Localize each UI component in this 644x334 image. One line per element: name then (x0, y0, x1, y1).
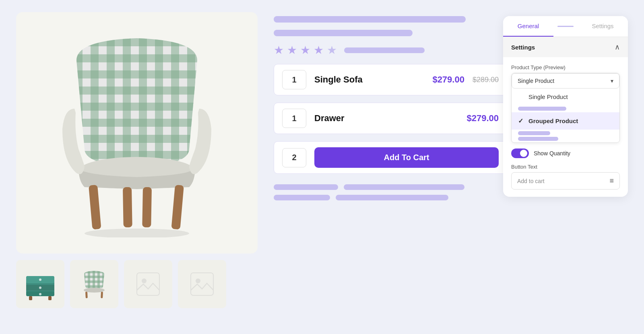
bottom-bars (274, 184, 487, 200)
main-container: ★ ★ ★ ★ ★ 1 Single Sofa $279.00 $289.00 … (0, 0, 644, 334)
svg-rect-14 (171, 38, 179, 175)
panel-body: Product Type (Preview) Single Product ▾ … (503, 57, 628, 197)
price-sofa-old: $289.00 (473, 76, 499, 84)
option-bar-1 (518, 107, 566, 111)
settings-section-header[interactable]: Settings ∧ (503, 37, 628, 57)
dropdown-option-grouped[interactable]: ✓ Grouped Product (512, 112, 619, 130)
price-drawer-current: $279.00 (466, 113, 499, 124)
product-row-cart: 2 Add To Cart (274, 141, 507, 174)
chair-thumb-image (78, 268, 110, 300)
dropdown-selected-display[interactable]: Single Product ▾ (512, 73, 619, 89)
product-name-drawer: Drawer (314, 113, 458, 124)
thumbnail-placeholder-1[interactable] (124, 260, 172, 308)
svg-point-28 (39, 293, 41, 295)
star-4: ★ (314, 43, 324, 57)
svg-rect-19 (142, 187, 152, 227)
bottom-bar-3 (274, 195, 330, 200)
svg-point-21 (85, 229, 189, 237)
star-5: ★ (327, 43, 337, 57)
product-type-dropdown[interactable]: Single Product ▾ Single Product ✓ Groupe… (511, 73, 620, 143)
svg-rect-13 (155, 38, 163, 175)
drawer-thumb-image (24, 268, 56, 300)
svg-rect-41 (85, 292, 88, 298)
svg-rect-17 (89, 185, 101, 229)
star-3: ★ (300, 43, 310, 57)
qty-sofa[interactable]: 1 (282, 70, 306, 89)
panel-tabs: General Settings (503, 16, 628, 37)
tab-general[interactable]: General (503, 16, 553, 37)
button-text-input[interactable] (517, 178, 609, 184)
tab-divider (557, 26, 574, 27)
dropdown-selected-value: Single Product (518, 78, 554, 84)
show-quantity-label: Show Quantity (534, 150, 570, 157)
svg-point-27 (39, 287, 41, 289)
svg-rect-11 (123, 38, 131, 175)
placeholder-icon-2 (190, 272, 214, 296)
dropdown-arrow-icon: ▾ (611, 78, 613, 84)
bottom-bar-4 (336, 195, 448, 200)
show-quantity-toggle[interactable] (511, 148, 529, 158)
show-quantity-row: Show Quantity (511, 148, 620, 158)
star-2: ★ (287, 43, 297, 57)
thumbnail-row (16, 260, 258, 308)
star-1: ★ (274, 43, 284, 57)
option-label-grouped: Grouped Product (528, 118, 578, 124)
settings-panel: General Settings Settings ∧ Product Type… (503, 16, 628, 197)
bottom-bar-1 (274, 184, 338, 190)
product-type-field: Product Type (Preview) Single Product ▾ … (511, 64, 620, 143)
svg-point-26 (39, 278, 41, 281)
thumbnail-placeholder-2[interactable] (178, 260, 226, 308)
product-name-sofa: Single Sofa (314, 74, 424, 85)
option-label-single: Single Product (528, 93, 568, 100)
dropdown-option-single[interactable]: Single Product (512, 89, 619, 105)
thumbnail-drawer[interactable] (16, 260, 64, 308)
chevron-up-icon: ∧ (615, 43, 620, 52)
toggle-knob (520, 150, 527, 157)
add-to-cart-button[interactable]: Add To Cart (314, 147, 499, 168)
product-title-bar (274, 16, 466, 23)
svg-rect-29 (29, 296, 32, 300)
rating-text-bar (344, 47, 425, 53)
svg-rect-30 (48, 296, 52, 300)
svg-rect-42 (101, 292, 103, 298)
product-type-label: Product Type (Preview) (511, 64, 620, 70)
product-row-sofa: 1 Single Sofa $279.00 $289.00 (274, 64, 507, 95)
button-text-field-group: Button Text ≡ (511, 164, 620, 190)
product-details-section: ★ ★ ★ ★ ★ 1 Single Sofa $279.00 $289.00 … (274, 12, 487, 200)
product-image-section (16, 12, 258, 308)
main-product-image (16, 12, 258, 254)
button-text-label: Button Text (511, 164, 620, 170)
price-sofa-current: $279.00 (432, 74, 464, 85)
placeholder-icon-1 (136, 272, 160, 296)
tab-settings-trigger[interactable]: Settings (578, 16, 628, 37)
option-check-grouped: ✓ (518, 117, 525, 125)
rating-row: ★ ★ ★ ★ ★ (274, 43, 487, 57)
svg-rect-10 (107, 38, 115, 175)
svg-rect-18 (123, 187, 132, 227)
svg-rect-9 (91, 38, 99, 175)
svg-rect-45 (191, 273, 213, 295)
qty-drawer[interactable]: 1 (282, 109, 306, 128)
button-text-input-wrapper: ≡ (511, 172, 620, 190)
stack-icon: ≡ (609, 177, 614, 185)
svg-rect-12 (139, 38, 147, 175)
svg-rect-20 (171, 185, 184, 229)
svg-point-44 (142, 278, 147, 283)
svg-rect-43 (137, 273, 159, 295)
svg-point-46 (196, 278, 200, 283)
settings-section-label: Settings (511, 44, 535, 51)
option-bar-2 (518, 131, 550, 135)
svg-rect-39 (102, 271, 105, 292)
bottom-bar-2 (344, 184, 464, 190)
product-subtitle-bar (274, 30, 413, 36)
chair-illustration (52, 28, 221, 237)
product-row-drawer: 1 Drawer $279.00 (274, 103, 507, 134)
option-bar-3 (518, 137, 558, 141)
svg-rect-35 (83, 271, 85, 292)
thumbnail-chair[interactable] (70, 260, 118, 308)
qty-cart[interactable]: 2 (282, 148, 306, 167)
